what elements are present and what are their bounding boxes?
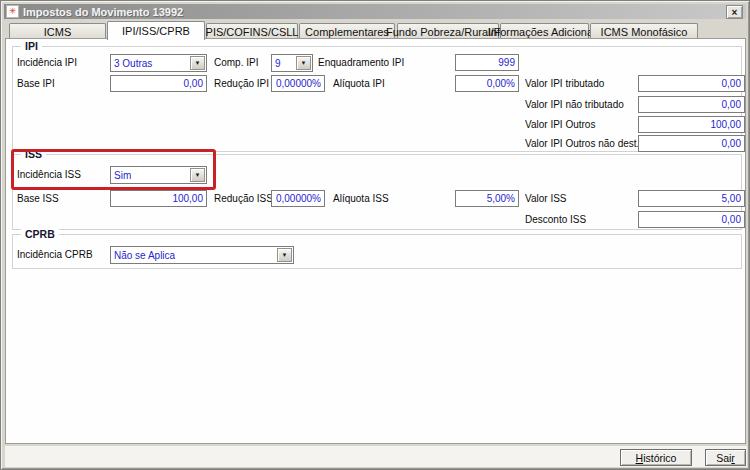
label-aliquota-ipi: Alíquota IPI (333, 77, 385, 90)
tab-icms[interactable]: ICMS (9, 23, 106, 39)
tab-ipi-iss-cprb[interactable]: IPI/ISS/CPRB (107, 21, 205, 40)
incidencia-cprb-value: Não se Aplica (114, 248, 276, 263)
aliquota-ipi-field[interactable] (455, 75, 519, 92)
incidencia-ipi-dropdown[interactable]: 3 Outras ▼ (110, 54, 207, 72)
dropdown-arrow-icon[interactable]: ▼ (277, 248, 292, 262)
group-title-ipi: IPI (21, 40, 42, 52)
incidencia-iss-dropdown[interactable]: Sim ▼ (110, 166, 207, 184)
label-base-iss: Base ISS (17, 192, 59, 205)
historico-button[interactable]: Histórico (620, 449, 692, 466)
group-cprb: CPRB Incidência CPRB Não se Aplica ▼ (12, 234, 742, 269)
incidencia-ipi-value: 3 Outras (114, 56, 189, 71)
reducao-ipi-field[interactable] (271, 75, 325, 92)
valor-ipi-nao-tributado-field[interactable] (638, 96, 745, 113)
label-incidencia-ipi: Incidência IPI (17, 56, 77, 69)
label-valor-ipi-outros-nao-dest: Valor IPI Outros não dest. (525, 137, 639, 150)
dialog-impostos-movimento: ✳ Impostos do Movimento 13992 × ICMS IPI… (0, 0, 750, 470)
group-iss: ISS Incidência ISS Sim ▼ Base ISS Reduçã… (12, 154, 742, 230)
valor-iss-field[interactable] (638, 190, 745, 207)
dropdown-arrow-icon[interactable]: ▼ (296, 56, 311, 70)
tab-icms-monofasico[interactable]: ICMS Monofásico (590, 23, 698, 39)
label-aliquota-iss: Alíquota ISS (333, 192, 389, 205)
sair-label: Sai (716, 452, 731, 464)
valor-ipi-outros-field[interactable] (638, 116, 745, 133)
app-icon: ✳ (6, 5, 19, 18)
label-valor-ipi-nao-tributado: Valor IPI não tributado (525, 98, 624, 111)
historico-accelerator: H (636, 452, 644, 464)
label-valor-ipi-tributado: Valor IPI tributado (525, 77, 604, 90)
incidencia-iss-value: Sim (114, 168, 189, 183)
close-icon[interactable]: × (726, 5, 743, 19)
tab-fundo-pobreza[interactable]: Fundo Pobreza/Rural/FTI (397, 23, 499, 39)
comp-ipi-value: 9 (275, 56, 295, 71)
label-valor-iss: Valor ISS (525, 192, 567, 205)
label-reducao-ipi: Redução IPI (214, 77, 269, 90)
aliquota-iss-field[interactable] (455, 190, 519, 207)
group-title-iss: ISS (21, 148, 46, 160)
desconto-iss-field[interactable] (638, 211, 745, 228)
base-iss-field[interactable] (110, 190, 207, 207)
historico-label: istórico (643, 452, 676, 464)
group-ipi: IPI Incidência IPI 3 Outras ▼ Comp. IPI … (12, 46, 742, 152)
valor-ipi-outros-nao-dest-field[interactable] (638, 135, 745, 152)
tab-pis-cofins-csll[interactable]: PIS/COFINS/CSLL (206, 23, 298, 39)
group-title-cprb: CPRB (21, 228, 59, 240)
reducao-iss-field[interactable] (271, 190, 325, 207)
enquadramento-ipi-field[interactable] (455, 54, 519, 71)
valor-ipi-tributado-field[interactable] (638, 75, 745, 92)
label-base-ipi: Base IPI (17, 77, 55, 90)
incidencia-cprb-dropdown[interactable]: Não se Aplica ▼ (110, 246, 294, 264)
tab-complementares[interactable]: Complementares (299, 23, 395, 39)
tab-informacoes-adicionais[interactable]: Informações Adicionais (500, 23, 589, 39)
sair-accelerator: r (731, 452, 735, 464)
app-icon-glyph: ✳ (9, 7, 17, 16)
label-desconto-iss: Desconto ISS (525, 213, 586, 226)
comp-ipi-dropdown[interactable]: 9 ▼ (271, 54, 313, 72)
label-incidencia-iss: Incidência ISS (17, 168, 81, 181)
window-title: Impostos do Movimento 13992 (23, 6, 183, 18)
label-enquadramento-ipi: Enquadramento IPI (318, 56, 404, 69)
label-comp-ipi: Comp. IPI (214, 56, 258, 69)
label-reducao-iss: Redução ISS (214, 192, 273, 205)
base-ipi-field[interactable] (110, 75, 207, 92)
label-valor-ipi-outros: Valor IPI Outros (525, 118, 595, 131)
tab-bar: ICMS IPI/ISS/CPRB PIS/COFINS/CSLL Comple… (1, 21, 750, 39)
tab-page-ipi-iss-cprb: IPI Incidência IPI 3 Outras ▼ Comp. IPI … (5, 38, 746, 444)
sair-button[interactable]: Sair (705, 449, 746, 466)
label-incidencia-cprb: Incidência CPRB (17, 248, 93, 261)
dropdown-arrow-icon[interactable]: ▼ (190, 56, 205, 70)
dropdown-arrow-icon[interactable]: ▼ (190, 168, 205, 182)
titlebar: ✳ Impostos do Movimento 13992 × (4, 4, 746, 19)
